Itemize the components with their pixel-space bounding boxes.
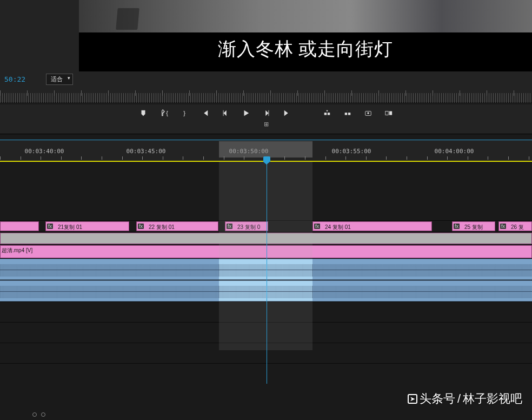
audio-track-1[interactable] xyxy=(0,258,532,280)
transport-controls: { } ⊞ xyxy=(0,104,532,134)
clip-label: 24 复制 01 xyxy=(325,224,351,231)
audio-clip-2c[interactable] xyxy=(312,280,532,301)
svg-rect-0 xyxy=(324,113,327,115)
clip-label: 超清.mp4 [V] xyxy=(1,246,34,255)
track-empty-1[interactable] xyxy=(0,343,532,363)
clip-label: 22 复制 01 xyxy=(149,224,175,231)
watermark-sep: / xyxy=(457,392,461,406)
audio-clip-1b[interactable] xyxy=(219,259,312,280)
timecode-display[interactable]: 50:22 xyxy=(4,75,25,83)
extract-icon[interactable] xyxy=(343,109,352,117)
time-ruler[interactable]: 00:03:40:0000:03:45:0000:03:50:0000:03:5… xyxy=(0,141,532,162)
work-area-bar[interactable] xyxy=(219,141,312,158)
watermark-prefix: 头条号 xyxy=(420,391,455,407)
audio-track-2[interactable] xyxy=(0,280,532,301)
playhead-handle[interactable] xyxy=(263,156,270,162)
fx-badge: fx xyxy=(47,224,53,229)
comparison-view-icon[interactable] xyxy=(384,109,393,117)
clip-label: 26 复 xyxy=(511,224,524,231)
go-to-out-icon[interactable] xyxy=(283,109,291,117)
zoom-handle-left[interactable] xyxy=(32,412,37,417)
go-to-in-icon[interactable] xyxy=(201,109,209,117)
preview-left-panel xyxy=(0,0,79,71)
clip-stub[interactable] xyxy=(0,221,39,231)
video-frame xyxy=(79,0,532,32)
marker-icon[interactable] xyxy=(139,109,148,117)
audio-clip-1a[interactable] xyxy=(0,259,219,280)
track-spacer xyxy=(0,162,532,220)
subtitle-clip[interactable]: fx24 复制 01 xyxy=(312,221,432,231)
clip-label: 23 复制 0 xyxy=(237,224,260,231)
fx-badge: fx xyxy=(138,224,144,229)
fx-badge: fx xyxy=(454,224,460,229)
fx-badge: fx xyxy=(314,224,320,229)
step-forward-icon[interactable] xyxy=(262,109,271,117)
ruler-mark: 00:03:40:00 xyxy=(25,148,64,155)
svg-rect-2 xyxy=(345,113,347,115)
svg-rect-3 xyxy=(348,113,350,115)
step-back-icon[interactable] xyxy=(221,109,230,117)
watermark: ➤ 头条号 / 林子影视吧 xyxy=(408,391,522,407)
audio-track-3[interactable] xyxy=(0,301,532,322)
subtitle-clip[interactable]: fx23 复制 0 xyxy=(225,221,268,231)
ruler-mark: 00:03:45:00 xyxy=(127,148,166,155)
clip-v1-main[interactable]: 超清.mp4 [V] xyxy=(0,245,532,258)
subtitle-clip[interactable]: fx22 复制 01 xyxy=(136,221,218,231)
out-point-icon[interactable]: } xyxy=(180,109,189,117)
audio-track-4[interactable] xyxy=(0,322,532,343)
in-point-icon[interactable]: { xyxy=(159,109,168,117)
zoom-fit-dropdown[interactable]: 适合 xyxy=(46,74,73,85)
ruler-mark: 00:03:55:00 xyxy=(332,148,371,155)
zoom-handle-right[interactable] xyxy=(41,412,45,417)
track-empty-2[interactable] xyxy=(0,363,532,384)
preview-toolbar: 50:22 适合 xyxy=(0,71,532,87)
timeline-panel: 00:03:40:0000:03:45:0000:03:50:0000:03:5… xyxy=(0,141,532,420)
export-frame-icon[interactable] xyxy=(364,109,373,117)
clip-v2-full[interactable] xyxy=(0,233,532,244)
clip-label: 25 复制 xyxy=(464,224,483,231)
lift-icon[interactable] xyxy=(323,109,331,117)
svg-rect-1 xyxy=(328,113,330,115)
transport-secondary[interactable]: ⊞ xyxy=(0,117,532,128)
video-track-2[interactable] xyxy=(0,232,532,244)
video-track-3[interactable]: fx21复制 01fx22 复制 01fx23 复制 0fx24 复制 01fx… xyxy=(0,220,532,232)
video-subtitle: 渐入冬林 或走向街灯 xyxy=(79,37,532,62)
watermark-name: 林子影视吧 xyxy=(463,391,522,407)
subtitle-clip[interactable]: fx21复制 01 xyxy=(45,221,129,231)
audio-clip-1c[interactable] xyxy=(312,259,532,280)
fx-badge: fx xyxy=(500,224,506,229)
clip-label: 21复制 01 xyxy=(58,224,82,231)
watermark-icon: ➤ xyxy=(408,394,417,404)
svg-rect-6 xyxy=(385,111,388,115)
audio-clip-2a[interactable] xyxy=(0,280,219,301)
svg-point-5 xyxy=(367,112,369,114)
play-icon[interactable] xyxy=(242,109,250,117)
timeline-scrollbar[interactable] xyxy=(0,411,532,418)
zoom-fit-label: 适合 xyxy=(51,76,63,82)
video-track-1[interactable]: 超清.mp4 [V] xyxy=(0,244,532,258)
svg-rect-7 xyxy=(389,111,392,115)
audio-clip-2b[interactable] xyxy=(219,280,312,301)
program-monitor: 渐入冬林 或走向街灯 xyxy=(79,0,532,71)
ruler-mark: 00:04:00:00 xyxy=(435,148,474,155)
frame-ticks xyxy=(0,93,532,103)
subtitle-clip[interactable]: fx26 复 xyxy=(498,221,532,231)
fx-badge: fx xyxy=(227,224,232,229)
subtitle-clip[interactable]: fx25 复制 xyxy=(452,221,495,231)
frame-bar[interactable] xyxy=(0,87,532,103)
